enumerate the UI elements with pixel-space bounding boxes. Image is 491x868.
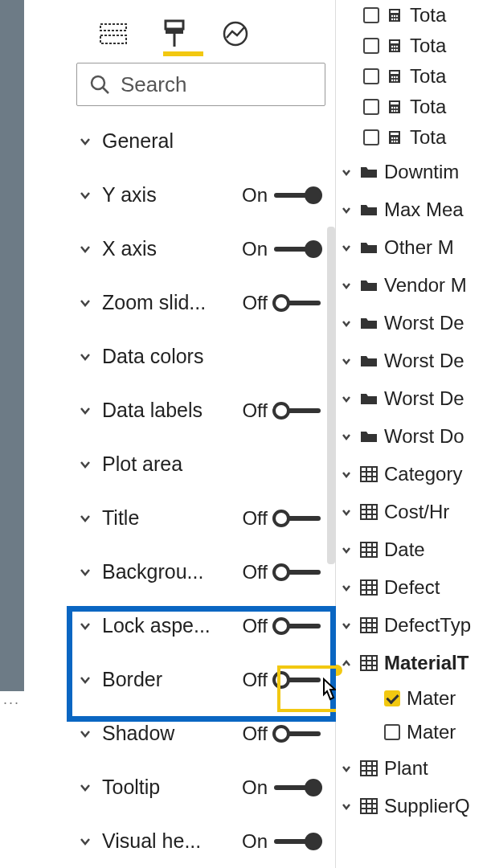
field-folder[interactable]: Other M [336, 228, 491, 266]
field-folder[interactable]: Worst De [336, 304, 491, 342]
field-folder[interactable]: Worst De [336, 342, 491, 379]
svg-point-19 [394, 46, 395, 47]
chevron-down-icon [76, 833, 94, 850]
format-label: Border [102, 668, 227, 691]
scrollbar[interactable] [327, 227, 335, 564]
svg-point-10 [391, 15, 393, 17]
svg-point-34 [391, 107, 393, 108]
chevron-down-icon [76, 241, 94, 257]
chevron-down-icon [76, 133, 94, 149]
toggle-zoom[interactable] [274, 301, 321, 305]
field-table[interactable]: Defect [336, 568, 491, 606]
field-measure[interactable]: Tota [336, 0, 491, 31]
svg-point-13 [391, 18, 393, 20]
field-label: Tota [410, 126, 446, 149]
toggle-shadow[interactable] [274, 731, 321, 736]
format-row-general[interactable]: General [67, 114, 335, 168]
chevron-down-icon [339, 392, 354, 405]
chevron-down-icon [76, 726, 94, 742]
format-row-zoom[interactable]: Zoom slid...Off [67, 276, 335, 330]
format-row-datacolors[interactable]: Data colors [67, 330, 335, 383]
analytics-tab-icon[interactable] [219, 18, 252, 50]
checkbox[interactable] [363, 68, 379, 84]
checkbox[interactable] [384, 690, 400, 706]
field-table[interactable]: Plant [336, 749, 491, 787]
field-folder[interactable]: Downtim [336, 153, 491, 190]
toggle-datalabels[interactable] [274, 408, 321, 413]
svg-point-11 [394, 15, 395, 17]
calculator-icon [386, 129, 403, 146]
field-table[interactable]: SupplierQ [336, 787, 491, 825]
checkbox[interactable] [363, 38, 379, 54]
format-row-datalabels[interactable]: Data labelsOff [67, 383, 335, 437]
format-row-tooltip[interactable]: TooltipOn [67, 760, 335, 814]
svg-rect-68 [361, 618, 377, 633]
svg-rect-9 [391, 10, 399, 13]
field-label: Tota [410, 96, 446, 118]
checkbox[interactable] [363, 99, 379, 115]
format-row-visualhead[interactable]: Visual he...On [67, 814, 335, 868]
field-measure[interactable]: Tota [336, 92, 491, 122]
toggle-visualhead[interactable] [274, 839, 321, 844]
toggle-yaxis[interactable] [274, 193, 321, 198]
format-row-shadow[interactable]: ShadowOff [67, 706, 335, 760]
field-label: Defect [384, 576, 440, 599]
search-input[interactable] [121, 72, 313, 97]
chevron-down-icon [339, 279, 354, 292]
format-tab-icon[interactable] [158, 18, 190, 50]
field-table[interactable]: Cost/Hr [336, 493, 491, 530]
field-table[interactable]: Date [336, 530, 491, 568]
fields-tab-icon[interactable] [97, 18, 129, 50]
field-folder[interactable]: Worst Do [336, 417, 491, 455]
format-row-lockaspect[interactable]: Lock aspe...Off [67, 599, 335, 653]
field-measure[interactable]: Tota [336, 122, 491, 153]
search-box[interactable] [76, 63, 325, 106]
format-row-background[interactable]: Backgrou...Off [67, 545, 335, 599]
field-label: Cost/Hr [384, 501, 449, 523]
toggle-tooltip[interactable] [274, 785, 321, 790]
active-tab-underline [163, 51, 203, 56]
calculator-icon [386, 37, 403, 55]
toggle-title[interactable] [274, 516, 321, 521]
toggle-state: Off [235, 669, 268, 691]
field-column[interactable]: Mater [336, 682, 491, 715]
field-label: Tota [410, 35, 446, 57]
field-label: MaterialT [384, 652, 468, 674]
chevron-down-icon [76, 457, 94, 473]
field-column[interactable]: Mater [336, 715, 491, 749]
field-folder[interactable]: Max Mea [336, 190, 491, 228]
format-label: Plot area [102, 452, 321, 476]
toggle-lockaspect[interactable] [274, 624, 321, 628]
field-folder[interactable]: Worst De [336, 379, 491, 417]
checkbox[interactable] [363, 7, 379, 23]
field-table[interactable]: DefectTyp [336, 606, 491, 644]
chevron-down-icon [339, 241, 354, 254]
svg-rect-78 [361, 761, 377, 776]
field-measure[interactable]: Tota [336, 31, 491, 61]
field-table[interactable]: Category [336, 455, 491, 493]
field-measure[interactable]: Tota [336, 61, 491, 92]
field-table[interactable]: MaterialT [336, 644, 491, 682]
svg-point-29 [391, 80, 393, 81]
fields-panel: TotaTotaTotaTotaTotaDowntimMax MeaOther … [336, 0, 491, 868]
folder-icon [360, 352, 378, 370]
svg-rect-58 [361, 542, 377, 557]
format-row-border[interactable]: BorderOff [67, 653, 335, 706]
format-row-xaxis[interactable]: X axisOn [67, 222, 335, 276]
chevron-down-icon [339, 762, 354, 775]
toggle-xaxis[interactable] [274, 247, 321, 252]
format-row-yaxis[interactable]: Y axisOn [67, 168, 335, 222]
format-row-plotarea[interactable]: Plot area [67, 437, 335, 491]
checkbox[interactable] [363, 129, 379, 145]
table-icon [360, 465, 378, 483]
toggle-border[interactable] [274, 678, 321, 682]
field-label: SupplierQ [384, 795, 470, 817]
folder-icon [360, 239, 378, 256]
field-folder[interactable]: Vendor M [336, 266, 491, 304]
checkbox[interactable] [384, 724, 400, 740]
svg-rect-41 [391, 133, 399, 135]
svg-point-30 [394, 80, 395, 81]
toggle-background[interactable] [274, 570, 321, 575]
calculator-icon [386, 6, 403, 24]
format-row-title[interactable]: TitleOff [67, 491, 335, 545]
